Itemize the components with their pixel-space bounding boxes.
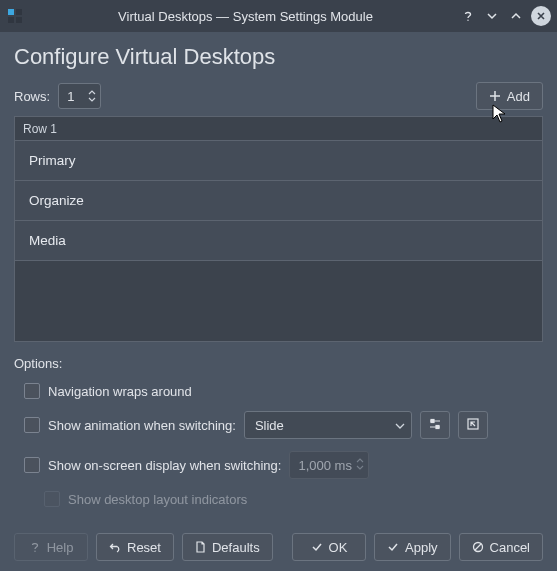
desktop-item[interactable]: Media bbox=[15, 220, 542, 261]
help-button-label: Help bbox=[47, 540, 74, 555]
cancel-button-label: Cancel bbox=[490, 540, 530, 555]
apply-button[interactable]: Apply bbox=[374, 533, 451, 561]
sliders-icon bbox=[428, 417, 442, 434]
check-icon bbox=[387, 541, 399, 553]
show-osd-checkbox[interactable] bbox=[24, 457, 40, 473]
close-button[interactable] bbox=[531, 6, 551, 26]
list-empty-area bbox=[15, 261, 542, 341]
rows-value: 1 bbox=[59, 89, 84, 104]
add-button[interactable]: Add bbox=[476, 82, 543, 110]
check-icon bbox=[311, 541, 323, 553]
minimize-button[interactable] bbox=[483, 7, 501, 25]
svg-rect-3 bbox=[16, 17, 22, 23]
desktops-list: Row 1 Primary Organize Media bbox=[14, 116, 543, 342]
nav-wraps-checkbox[interactable] bbox=[24, 383, 40, 399]
svg-point-8 bbox=[34, 551, 35, 552]
spin-arrows-icon bbox=[356, 457, 364, 474]
app-icon bbox=[6, 7, 24, 25]
show-anim-label: Show animation when switching: bbox=[48, 418, 236, 433]
cancel-icon bbox=[472, 541, 484, 553]
preview-icon bbox=[466, 417, 480, 434]
page-title: Configure Virtual Desktops bbox=[14, 44, 543, 70]
apply-button-label: Apply bbox=[405, 540, 438, 555]
cancel-button[interactable]: Cancel bbox=[459, 533, 543, 561]
svg-point-4 bbox=[467, 20, 468, 21]
reset-button-label: Reset bbox=[127, 540, 161, 555]
ok-button-label: OK bbox=[329, 540, 348, 555]
chevron-down-icon bbox=[395, 418, 405, 433]
ok-button[interactable]: OK bbox=[292, 533, 366, 561]
defaults-button[interactable]: Defaults bbox=[182, 533, 273, 561]
osd-duration-value: 1,000 ms bbox=[298, 458, 351, 473]
layout-indicators-label: Show desktop layout indicators bbox=[68, 492, 247, 507]
svg-rect-1 bbox=[16, 9, 22, 15]
options-label: Options: bbox=[14, 356, 543, 371]
titlebar: Virtual Desktops — System Settings Modul… bbox=[0, 0, 557, 32]
row-group-header: Row 1 bbox=[15, 117, 542, 141]
rows-label: Rows: bbox=[14, 89, 50, 104]
reset-button[interactable]: Reset bbox=[96, 533, 174, 561]
maximize-button[interactable] bbox=[507, 7, 525, 25]
plus-icon bbox=[489, 90, 501, 102]
window-title: Virtual Desktops — System Settings Modul… bbox=[32, 9, 459, 24]
nav-wraps-label: Navigation wraps around bbox=[48, 384, 192, 399]
show-anim-checkbox[interactable] bbox=[24, 417, 40, 433]
undo-icon bbox=[109, 541, 121, 553]
dialog-button-row: Help Reset Defaults OK Apply bbox=[14, 519, 543, 561]
desktop-item[interactable]: Organize bbox=[15, 180, 542, 221]
animation-select-value: Slide bbox=[255, 418, 284, 433]
rows-spinbox[interactable]: 1 bbox=[58, 83, 101, 109]
animation-preview-button[interactable] bbox=[458, 411, 488, 439]
svg-rect-5 bbox=[431, 419, 434, 422]
defaults-button-label: Defaults bbox=[212, 540, 260, 555]
svg-rect-6 bbox=[436, 425, 439, 428]
animation-select[interactable]: Slide bbox=[244, 411, 412, 439]
document-icon bbox=[195, 541, 206, 553]
osd-duration-field: 1,000 ms bbox=[289, 451, 368, 479]
spin-arrows[interactable] bbox=[84, 89, 100, 103]
desktop-item[interactable]: Primary bbox=[15, 140, 542, 181]
help-titlebar-button[interactable] bbox=[459, 7, 477, 25]
animation-settings-button[interactable] bbox=[420, 411, 450, 439]
show-osd-label: Show on-screen display when switching: bbox=[48, 458, 281, 473]
help-button[interactable]: Help bbox=[14, 533, 88, 561]
layout-indicators-checkbox bbox=[44, 491, 60, 507]
svg-rect-0 bbox=[8, 9, 14, 15]
add-button-label: Add bbox=[507, 89, 530, 104]
help-icon bbox=[29, 541, 41, 553]
svg-rect-2 bbox=[8, 17, 14, 23]
